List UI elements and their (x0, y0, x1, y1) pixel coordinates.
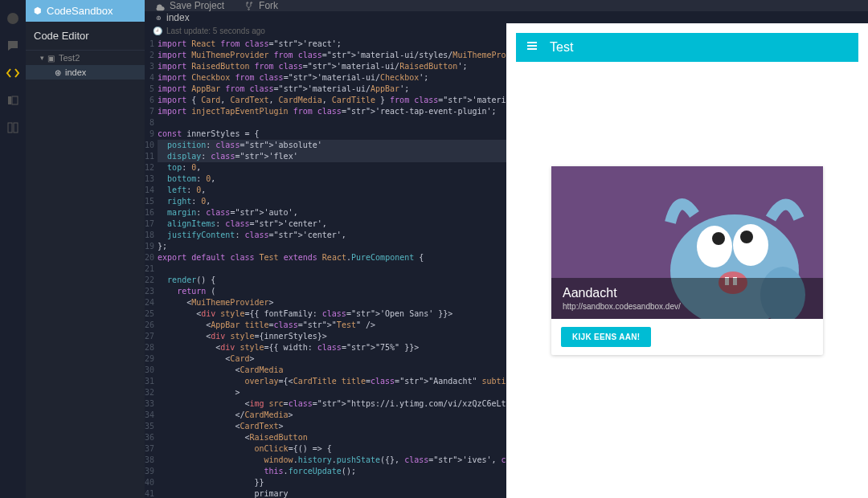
code-editor[interactable]: 1 2 3 4 5 6 7 8 9 10 11 12 13 14 15 16 1… (145, 39, 506, 498)
svg-rect-2 (12, 96, 18, 104)
line-gutter: 1 2 3 4 5 6 7 8 9 10 11 12 13 14 15 16 1… (145, 39, 158, 498)
tree-folder[interactable]: ▾ ▣ Test2 (26, 51, 145, 65)
chevron-down-icon: ▾ (40, 54, 44, 62)
clock-icon: 🕘 (153, 27, 162, 35)
save-project-button[interactable]: Save Project (154, 0, 224, 11)
tab-bar: ⊛ index (145, 11, 868, 23)
raised-button[interactable]: KIJK EENS AAN! (561, 327, 651, 347)
fork-label: Fork (259, 0, 278, 11)
chat-icon[interactable] (3, 36, 23, 55)
logo-icon[interactable] (3, 9, 23, 28)
app-name: CodeSandbox (47, 5, 113, 17)
file-explorer-panel: ⬢ CodeSandbox Code Editor ▾ ▣ Test2 ⊛ in… (26, 0, 145, 498)
svg-rect-3 (8, 123, 12, 133)
svg-rect-1 (8, 96, 11, 104)
card: Aandacht http://sandbox.codesandbox.dev/… (551, 166, 823, 355)
svg-rect-4 (14, 123, 18, 133)
file-icon: ⊛ (55, 68, 61, 77)
main-area: Save Project Fork ⊛ index 🕘 Last update:… (145, 0, 868, 498)
content-row: 🕘 Last update: 5 seconds ago 1 2 3 4 5 6… (145, 23, 868, 498)
status-line: 🕘 Last update: 5 seconds ago (145, 23, 506, 39)
folder-label: Test2 (59, 53, 80, 63)
top-toolbar: Save Project Fork (145, 0, 868, 11)
card-actions: KIJK EENS AAN! (551, 319, 823, 355)
preview-pane: Test (506, 23, 868, 498)
svg-point-7 (733, 224, 768, 266)
card-subtitle: http://sandbox.codesandbox.dev/ (563, 302, 812, 311)
svg-point-8 (712, 232, 725, 245)
preview-body: Aandacht http://sandbox.codesandbox.dev/… (516, 62, 858, 498)
svg-point-9 (740, 231, 753, 243)
editor-pane: 🕘 Last update: 5 seconds ago 1 2 3 4 5 6… (145, 23, 506, 498)
code-icon[interactable] (3, 63, 23, 83)
hamburger-icon[interactable] (526, 39, 538, 55)
code-lines[interactable]: import React from class="str">'react'; i… (158, 39, 506, 498)
status-text: Last update: 5 seconds ago (166, 27, 265, 35)
svg-point-6 (697, 226, 732, 267)
card-media: Aandacht http://sandbox.codesandbox.dev/ (551, 166, 823, 319)
preview-appbar: Test (516, 33, 858, 62)
appbar-title: Test (550, 40, 573, 55)
tab-label: index (166, 12, 190, 23)
layout-icon[interactable] (3, 91, 23, 110)
svg-point-0 (7, 13, 18, 24)
book-icon[interactable] (3, 118, 23, 137)
tab-index[interactable]: ⊛ index (145, 11, 201, 23)
tab-file-icon: ⊛ (156, 14, 162, 22)
logo-glyph-icon: ⬢ (34, 6, 42, 16)
app-header: ⬢ CodeSandbox (26, 0, 145, 22)
card-title: Aandacht (563, 286, 812, 300)
save-label: Save Project (170, 0, 224, 11)
folder-icon: ▣ (47, 54, 55, 63)
card-overlay: Aandacht http://sandbox.codesandbox.dev/ (551, 278, 823, 319)
tree-file-index[interactable]: ⊛ index (26, 65, 145, 80)
panel-title: Code Editor (26, 22, 145, 51)
activity-rail (0, 0, 26, 498)
fork-button[interactable]: Fork (244, 0, 278, 11)
file-label: index (65, 67, 86, 77)
